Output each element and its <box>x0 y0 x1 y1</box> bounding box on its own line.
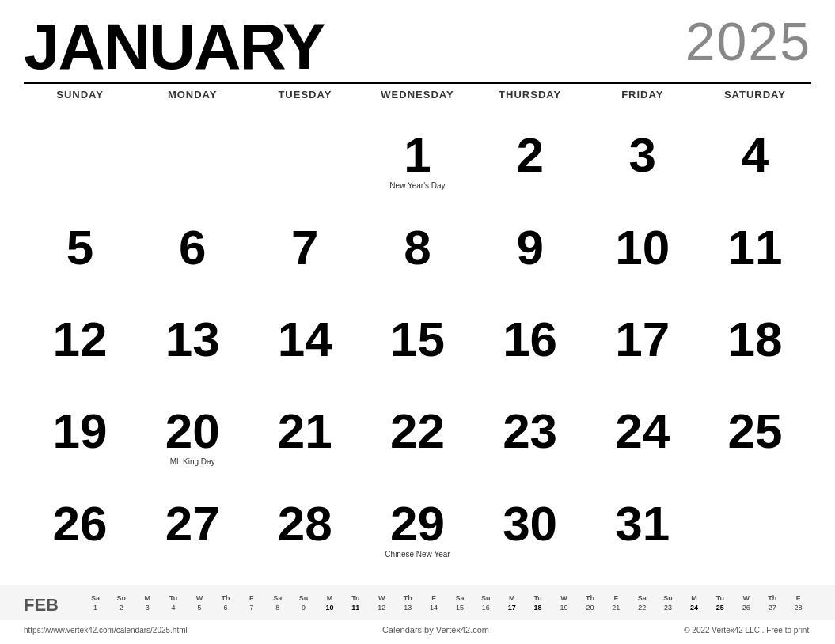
day-cell-10: 10 <box>586 217 699 309</box>
day-number-2: 2 <box>516 131 543 180</box>
day-number-9: 9 <box>516 223 543 272</box>
day-number-18: 18 <box>727 315 782 364</box>
day-number-8: 8 <box>404 223 431 272</box>
day-number-28: 28 <box>278 499 332 548</box>
month-title: JANUARY <box>24 14 324 79</box>
day-cell-31: 31 <box>586 493 699 585</box>
day-cell-25: 25 <box>699 400 811 492</box>
day-number-25: 25 <box>727 407 782 456</box>
footer-right: © 2022 Vertex42 LLC . Free to print. <box>684 626 811 635</box>
calendar-grid: SUNDAY MONDAY TUESDAY WEDNESDAY THURSDAY… <box>24 84 811 585</box>
day-cell-8: 8 <box>361 217 473 309</box>
day-cell-12: 12 <box>24 309 136 400</box>
day-header-sat: SATURDAY <box>699 84 811 124</box>
day-cell-empty-end <box>699 493 811 585</box>
day-cell-13: 13 <box>136 309 249 400</box>
footer-link: https://www.vertex42.com/calendars/2025.… <box>24 626 188 635</box>
day-number-1: 1 <box>404 131 431 180</box>
day-cell-9: 9 <box>474 217 586 309</box>
day-number-11: 11 <box>727 223 782 272</box>
day-number-24: 24 <box>615 407 670 456</box>
day-cell-21: 21 <box>249 400 361 492</box>
day-number-29: 29 <box>390 499 445 548</box>
day-cell-24: 24 <box>586 400 699 492</box>
day-cell-17: 17 <box>586 309 699 400</box>
day-cell-3: 3 <box>586 124 699 216</box>
day-cell-empty <box>24 124 136 216</box>
day-number-10: 10 <box>615 223 670 272</box>
day-header-thu: THURSDAY <box>474 84 586 124</box>
day-number-16: 16 <box>503 315 557 364</box>
day-cell-1: 1 New Year's Day <box>361 124 473 216</box>
calendar-container: JANUARY 2025 SUNDAY MONDAY TUESDAY WEDNE… <box>0 0 835 644</box>
day-cell-7: 7 <box>249 217 361 309</box>
year-title: 2025 <box>685 14 811 68</box>
day-number-27: 27 <box>165 499 220 548</box>
day-cell-18: 18 <box>699 309 811 400</box>
day-number-30: 30 <box>503 499 557 548</box>
day-number-20: 20 <box>165 407 220 456</box>
mini-calendar-section: FEB SaSuMTuWThFSaSuMTuWThFSaSuMTuWThFSaS… <box>0 585 835 620</box>
day-cell-30: 30 <box>474 493 586 585</box>
day-number-19: 19 <box>53 407 108 456</box>
calendar-footer: https://www.vertex42.com/calendars/2025.… <box>24 622 811 636</box>
day-cell-empty <box>249 124 361 216</box>
day-number-23: 23 <box>503 407 557 456</box>
day-number-6: 6 <box>179 223 206 272</box>
calendar-header: JANUARY 2025 <box>24 14 811 79</box>
day-number-7: 7 <box>291 223 318 272</box>
day-cell-2: 2 <box>474 124 586 216</box>
day-cell-16: 16 <box>474 309 586 400</box>
mini-calendar-inner: FEB SaSuMTuWThFSaSuMTuWThFSaSuMTuWThFSaS… <box>24 593 811 616</box>
day-number-3: 3 <box>629 131 656 180</box>
day-number-12: 12 <box>53 315 108 364</box>
mini-month-label: FEB <box>24 593 71 616</box>
day-event-29: Chinese New Year <box>385 550 450 559</box>
day-cell-19: 19 <box>24 400 136 492</box>
day-cell-29: 29 Chinese New Year <box>361 493 473 585</box>
day-number-4: 4 <box>742 131 769 180</box>
day-cell-4: 4 <box>699 124 811 216</box>
day-number-26: 26 <box>53 499 108 548</box>
day-event-1: New Year's Day <box>389 181 445 191</box>
mini-calendar-grid: SaSuMTuWThFSaSuMTuWThFSaSuMTuWThFSaSuMTu… <box>82 593 811 612</box>
day-cell-empty <box>136 124 249 216</box>
day-number-13: 13 <box>165 315 220 364</box>
day-header-fri: FRIDAY <box>586 84 699 124</box>
day-header-wed: WEDNESDAY <box>361 84 473 124</box>
day-cell-11: 11 <box>699 217 811 309</box>
day-cell-23: 23 <box>474 400 586 492</box>
day-cell-27: 27 <box>136 493 249 585</box>
day-header-mon: MONDAY <box>136 84 249 124</box>
day-cell-6: 6 <box>136 217 249 309</box>
day-number-21: 21 <box>278 407 332 456</box>
day-cell-20: 20 ML King Day <box>136 400 249 492</box>
footer-center: Calendars by Vertex42.com <box>382 625 489 635</box>
day-cell-22: 22 <box>361 400 473 492</box>
day-number-15: 15 <box>390 315 445 364</box>
day-cell-14: 14 <box>249 309 361 400</box>
day-cell-28: 28 <box>249 493 361 585</box>
day-header-sun: SUNDAY <box>24 84 136 124</box>
day-number-17: 17 <box>615 315 670 364</box>
day-number-31: 31 <box>615 499 670 548</box>
day-cell-15: 15 <box>361 309 473 400</box>
day-cell-26: 26 <box>24 493 136 585</box>
day-number-5: 5 <box>66 223 93 272</box>
day-number-22: 22 <box>390 407 445 456</box>
day-header-tue: TUESDAY <box>249 84 361 124</box>
day-number-14: 14 <box>278 315 332 364</box>
day-cell-5: 5 <box>24 217 136 309</box>
day-event-20: ML King Day <box>170 457 215 467</box>
